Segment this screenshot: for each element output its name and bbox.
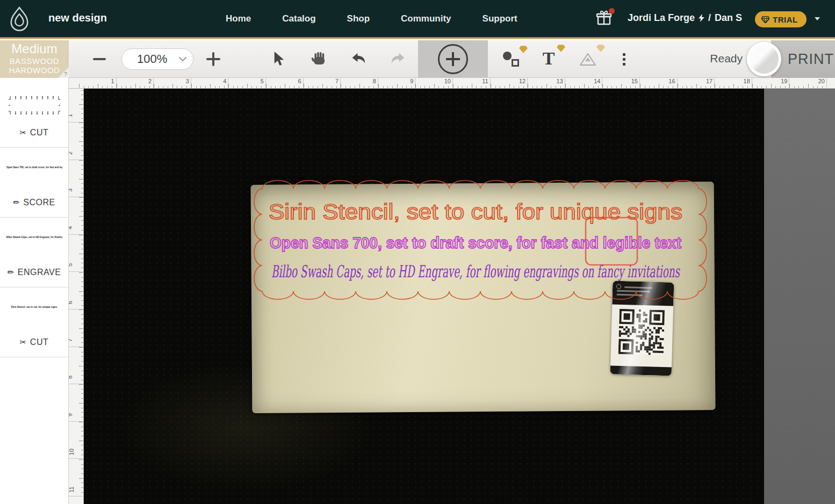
ruler-mark-h: 5 xyxy=(228,78,266,89)
scissors-icon: ✂ xyxy=(20,128,27,138)
step-operation: ENGRAVE xyxy=(18,268,61,277)
premium-gem-icon xyxy=(519,46,528,53)
partner-name: Dan S xyxy=(715,12,742,24)
bed-canvas[interactable]: Sirin Stencil, set to cut, for unique si… xyxy=(84,89,835,504)
ruler-mark-h: 6 xyxy=(266,78,304,89)
ruler-mark-h: 9 xyxy=(378,78,416,89)
material-name-line1: BASSWOOD xyxy=(0,56,69,66)
ruler-mark-h: 8 xyxy=(341,78,378,89)
step-thumbnail-text: Bilbo Swash Caps, set to HD Engrave, for… xyxy=(6,236,62,239)
toolbar: Medium BASSWOOD HARDWOOD ? 100% xyxy=(0,40,835,78)
undo-button[interactable] xyxy=(349,49,369,69)
zoom-out-button[interactable] xyxy=(91,51,107,67)
user-divider: / xyxy=(708,12,711,24)
image-mountain-icon xyxy=(579,52,596,66)
nav-home[interactable]: Home xyxy=(226,13,251,24)
ruler-mark-v: 11 xyxy=(69,459,84,497)
chevron-down-icon xyxy=(179,57,186,62)
step-cut-border[interactable]: ✂ CUT xyxy=(0,78,68,148)
select-tool-button[interactable] xyxy=(271,49,289,69)
step-thumbnail-text: Open Sans 700, set to draft score, for f… xyxy=(6,166,62,169)
lightning-bolt-icon xyxy=(699,14,704,22)
step-operation: CUT xyxy=(30,128,48,138)
image-tool-button[interactable] xyxy=(577,50,599,68)
ruler-mark-h: 18 xyxy=(715,78,752,89)
nav-catalog[interactable]: Catalog xyxy=(282,13,315,24)
nav-shop[interactable]: Shop xyxy=(347,13,370,24)
pencil-icon: ✏ xyxy=(13,198,20,207)
step-cut-text[interactable]: Sirin Stencil, set to cut, for unique si… xyxy=(0,287,68,357)
ruler-mark-h: 15 xyxy=(602,78,640,89)
premium-gem-icon xyxy=(557,45,565,52)
ruler-mark-h: 10 xyxy=(415,78,453,89)
horizontal-ruler: 1234567891011121314151617181920 xyxy=(69,78,835,89)
user-name: Jordi La Forge xyxy=(628,12,695,24)
ruler-mark-v: 6 xyxy=(69,272,84,310)
shapes-tool-button[interactable] xyxy=(501,50,521,68)
add-artwork-button[interactable] xyxy=(438,44,468,74)
glowforge-logo-icon[interactable] xyxy=(9,6,30,34)
ruler-mark-h: 16 xyxy=(640,78,678,89)
zoom-in-button[interactable] xyxy=(205,51,221,67)
ruler-mark-h: 19 xyxy=(752,78,790,89)
ruler-mark-h: 14 xyxy=(565,78,603,89)
zoom-level-dropdown[interactable]: 100% xyxy=(121,48,193,70)
minus-icon xyxy=(93,58,106,60)
gift-icon[interactable] xyxy=(595,10,614,28)
proofgrade-qr-sticker xyxy=(610,280,674,376)
trial-badge[interactable]: TRIAL xyxy=(755,11,807,27)
ruler-mark-v: 1 xyxy=(69,89,84,123)
ruler-mark-h: 11 xyxy=(453,78,491,89)
ruler-mark-h: 13 xyxy=(528,78,565,89)
hand-icon xyxy=(311,52,327,67)
nav-community[interactable]: Community xyxy=(401,13,451,24)
steps-sidebar: ✂ CUT Open Sans 700, set to draft score,… xyxy=(0,78,69,504)
top-nav: new design Home Catalog Shop Community S… xyxy=(0,0,835,39)
plus-icon xyxy=(206,52,220,66)
sticker-glare xyxy=(610,280,674,376)
ruler-mark-v: 8 xyxy=(69,347,84,385)
step-thumbnail-text: Sirin Stencil, set to cut, for unique si… xyxy=(11,306,57,308)
gem-icon xyxy=(761,16,769,23)
main-nav: Home Catalog Shop Community Support xyxy=(226,0,517,37)
text-tool-button[interactable]: T xyxy=(538,48,559,69)
zoom-value: 100% xyxy=(137,52,167,66)
material-thickness: Medium xyxy=(0,41,69,56)
ruler-mark-v: 9 xyxy=(69,384,84,422)
cursor-icon xyxy=(274,52,286,67)
ruler-mark-v: 5 xyxy=(69,235,84,272)
redo-icon xyxy=(390,52,406,66)
nav-support[interactable]: Support xyxy=(483,13,517,24)
print-label: PRINT xyxy=(788,51,834,68)
text-tool-icon: T xyxy=(543,49,555,68)
outside-bed-area xyxy=(764,89,835,504)
app-root: new design Home Catalog Shop Community S… xyxy=(0,0,835,504)
ruler-mark-v: 3 xyxy=(69,160,84,198)
ruler-mark-h: 2 xyxy=(117,78,154,89)
ruler-mark-h: 17 xyxy=(678,78,715,89)
ruler-mark-h: 20 xyxy=(789,78,827,89)
account-menu[interactable]: Jordi La Forge / Dan S xyxy=(628,12,742,24)
shapes-icon xyxy=(503,52,519,67)
vertical-ruler: 1234567891011 xyxy=(69,89,84,504)
redo-button[interactable] xyxy=(388,49,407,69)
notification-dot xyxy=(609,8,615,14)
step-thumbnail xyxy=(0,96,68,114)
premium-gem-icon xyxy=(596,45,605,52)
step-engrave-text[interactable]: Bilbo Swash Caps, set to HD Engrave, for… xyxy=(0,218,68,287)
ruler-mark-h: 3 xyxy=(154,78,191,89)
print-button[interactable] xyxy=(747,42,781,76)
ruler-mark-h: 4 xyxy=(191,78,229,89)
kebab-icon xyxy=(623,53,625,66)
pan-tool-button[interactable] xyxy=(309,49,329,69)
design-title[interactable]: new design xyxy=(48,12,107,24)
more-options-button[interactable] xyxy=(617,50,631,68)
trial-label: TRIAL xyxy=(773,15,798,24)
ruler-mark-h: 12 xyxy=(491,78,528,89)
step-score-text[interactable]: Open Sans 700, set to draft score, for f… xyxy=(0,148,68,218)
material-help[interactable]: ? xyxy=(64,71,67,77)
material-selector[interactable]: Medium BASSWOOD HARDWOOD ? xyxy=(0,40,69,78)
ruler-mark-v: 10 xyxy=(69,422,84,459)
account-caret-icon[interactable] xyxy=(815,17,820,20)
scissors-icon: ✂ xyxy=(20,337,27,347)
